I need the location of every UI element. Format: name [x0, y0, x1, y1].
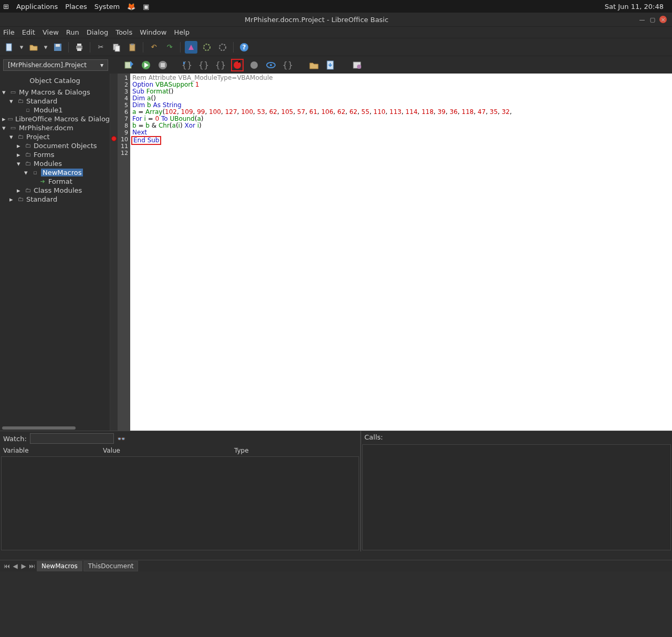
tree-class-modules[interactable]: ▸🗀Class Modules [2, 186, 110, 195]
paste-icon[interactable] [126, 41, 139, 54]
import-basic-icon[interactable] [308, 59, 320, 71]
tree-newmacros[interactable]: ▾▫NewMacros [2, 168, 110, 177]
tree-module1[interactable]: ▫Module1 [2, 106, 110, 114]
undo-icon[interactable]: ↶ [148, 41, 160, 54]
watch-input[interactable] [30, 433, 114, 444]
copy-icon[interactable] [110, 41, 123, 54]
calls-pane: Calls: [361, 431, 672, 551]
cut-icon[interactable]: ✂ [94, 41, 107, 54]
library-selector[interactable]: [MrPhisher.docm].Project ▾ [3, 59, 108, 71]
watch-pane: Watch: 👓 Variable Value Type [0, 431, 361, 551]
svg-rect-0 [6, 44, 12, 51]
export-basic-icon[interactable] [324, 59, 337, 71]
macros-icon[interactable] [216, 41, 229, 54]
places-menu[interactable]: Places [65, 3, 87, 11]
code-area[interactable]: Rem Attribute VBA_ModuleType=VBAModule O… [130, 74, 672, 431]
tree-mrphisher[interactable]: ▾▭MrPhisher.docm [2, 123, 110, 132]
watch-body[interactable] [1, 456, 359, 550]
library-selector-value: [MrPhisher.docm].Project [8, 61, 87, 69]
step-over-icon[interactable]: {} [181, 59, 193, 71]
basic-toolbar: [MrPhisher.docm].Project ▾ {} {} {} {} [0, 56, 672, 74]
watch-add-icon[interactable] [265, 59, 277, 71]
new-dropdown-icon[interactable]: ▾ [19, 41, 24, 54]
tab-prev-icon[interactable]: ◀ [12, 562, 19, 570]
breakpoint-gutter[interactable] [110, 74, 118, 431]
applications-menu[interactable]: Applications [16, 3, 58, 11]
maximize-button[interactable]: ▢ [649, 16, 656, 23]
save-icon[interactable] [51, 41, 64, 54]
close-button[interactable]: × [659, 16, 667, 23]
tree-lo-macros[interactable]: ▸▭LibreOffice Macros & Dialogs [2, 114, 110, 123]
tree-format[interactable]: ➔Format [2, 177, 110, 186]
tab-newmacros[interactable]: NewMacros [37, 561, 82, 571]
svg-rect-5 [77, 48, 81, 51]
watch-columns: Variable Value Type [0, 446, 360, 455]
title-bar: MrPhisher.docm.Project - LibreOffice Bas… [0, 13, 672, 26]
watch-label: Watch: [3, 435, 27, 443]
svg-marker-10 [188, 45, 194, 50]
new-icon[interactable] [3, 41, 16, 54]
tree-document-objects[interactable]: ▸🗀Document Objects [2, 141, 110, 150]
terminal-icon[interactable]: ▣ [143, 3, 149, 11]
svg-point-23 [234, 61, 241, 69]
tree-standard-1[interactable]: ▾🗀Standard [2, 97, 110, 106]
run-icon[interactable] [140, 59, 152, 71]
tree-standard-2[interactable]: ▸🗀Standard [2, 195, 110, 204]
system-menu[interactable]: System [94, 3, 120, 11]
menu-help[interactable]: Help [174, 28, 190, 36]
watch-col-value[interactable]: Value [103, 447, 234, 454]
catalog-title: Object Catalog [0, 74, 110, 88]
menu-run[interactable]: Run [66, 28, 79, 36]
watch-col-variable[interactable]: Variable [3, 447, 103, 454]
svg-point-30 [357, 65, 361, 69]
object-catalog-icon[interactable]: {} [281, 59, 294, 71]
module-tabs: ⏮ ◀ ▶ ⏭ NewMacros ThisDocument [0, 560, 672, 571]
tree-modules[interactable]: ▾🗀Modules [2, 159, 110, 168]
catalog-hscrollbar[interactable] [0, 425, 110, 431]
print-icon[interactable] [73, 41, 86, 54]
menu-dialog[interactable]: Dialog [87, 28, 108, 36]
svg-rect-2 [56, 44, 60, 47]
svg-point-26 [270, 64, 272, 66]
svg-rect-4 [77, 44, 81, 46]
open-icon[interactable] [27, 41, 40, 54]
tab-first-icon[interactable]: ⏮ [3, 562, 10, 570]
breakpoint-toggle-icon[interactable] [231, 59, 244, 71]
tab-next-icon[interactable]: ▶ [20, 562, 27, 570]
menu-file[interactable]: File [3, 28, 15, 36]
menu-tools[interactable]: Tools [116, 28, 132, 36]
open-dropdown-icon[interactable]: ▾ [43, 41, 48, 54]
redo-icon[interactable]: ↷ [163, 41, 176, 54]
modules-icon[interactable] [201, 41, 213, 54]
breakpoint-marker[interactable] [111, 136, 117, 141]
tab-thisdocument[interactable]: ThisDocument [83, 561, 139, 571]
code-editor[interactable]: 123456789101112 Rem Attribute VBA_Module… [110, 74, 672, 431]
menu-view[interactable]: View [43, 28, 59, 36]
object-catalog: Object Catalog ▾▭My Macros & Dialogs ▾🗀S… [0, 74, 110, 431]
dialogs-icon[interactable] [185, 41, 197, 54]
firefox-icon[interactable]: 🦊 [127, 3, 135, 11]
minimize-button[interactable]: — [638, 16, 646, 23]
compile-icon[interactable] [123, 59, 135, 71]
macro-security-icon[interactable] [351, 59, 363, 71]
system-bar: ⊞ Applications Places System 🦊 ▣ Sat Jun… [0, 0, 672, 13]
apps-menu-icon[interactable]: ⊞ [3, 3, 9, 11]
step-into-icon[interactable]: {} [197, 59, 210, 71]
help-icon[interactable]: ? [238, 41, 250, 54]
tree-project[interactable]: ▾🗀Project [2, 132, 110, 141]
breakpoint-manage-icon[interactable] [248, 59, 260, 71]
menu-edit[interactable]: Edit [22, 28, 35, 36]
stop-icon[interactable] [156, 59, 169, 71]
tree-forms[interactable]: ▸🗀Forms [2, 150, 110, 159]
tree-my-macros[interactable]: ▾▭My Macros & Dialogs [2, 88, 110, 97]
step-out-icon[interactable]: {} [214, 59, 227, 71]
menu-window[interactable]: Window [140, 28, 166, 36]
svg-text:{}: {} [182, 60, 192, 70]
svg-point-12 [219, 44, 226, 50]
calls-body[interactable] [362, 444, 671, 550]
watch-remove-icon[interactable]: 👓 [117, 435, 125, 443]
main-toolbar: ▾ ▾ ✂ ↶ ↷ ? [0, 38, 672, 56]
tab-last-icon[interactable]: ⏭ [28, 562, 36, 570]
watch-col-type[interactable]: Type [234, 447, 357, 454]
svg-text:{}: {} [198, 60, 209, 70]
